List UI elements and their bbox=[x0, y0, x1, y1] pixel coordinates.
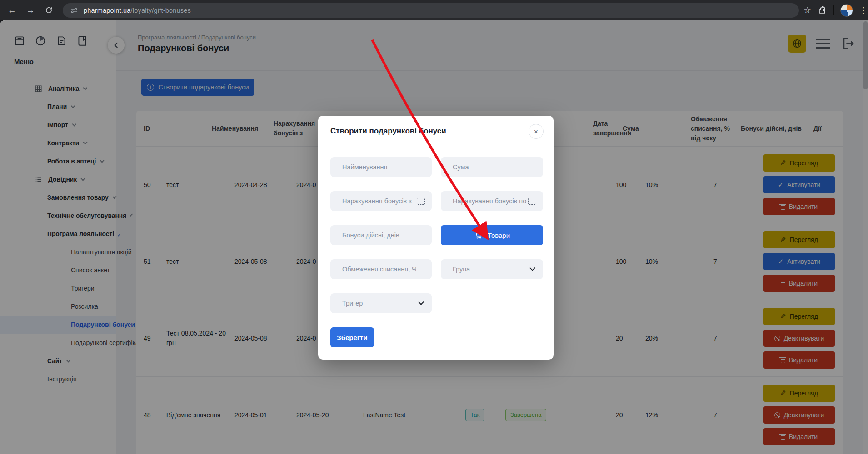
reload-glyph bbox=[45, 6, 53, 14]
create-gift-bonuses-modal: Створити подарункові бонуси × bbox=[318, 116, 554, 360]
app-page: Меню Аналітика bbox=[0, 20, 868, 454]
bookmark-star-icon[interactable]: ☆ bbox=[803, 5, 811, 15]
site-info-icon[interactable] bbox=[70, 6, 78, 15]
modal-form: Товари bbox=[330, 157, 542, 313]
menu-dots-icon[interactable]: ⋮ bbox=[859, 5, 868, 15]
modal-field[interactable] bbox=[441, 259, 543, 279]
forward-icon[interactable]: → bbox=[23, 3, 38, 18]
modal-field[interactable] bbox=[441, 157, 543, 177]
extensions-puzzle-icon[interactable] bbox=[818, 6, 827, 15]
back-icon[interactable]: ← bbox=[5, 3, 20, 18]
cart-icon bbox=[474, 231, 483, 240]
toolbar-separator bbox=[833, 5, 834, 15]
url-domain: pharmapoint.ua bbox=[84, 7, 131, 14]
modal-close-button[interactable]: × bbox=[529, 124, 544, 139]
field-input[interactable] bbox=[330, 259, 432, 279]
modal-field[interactable]: Товари bbox=[441, 225, 543, 245]
save-button[interactable]: Зберегти bbox=[330, 327, 374, 347]
modal-divider bbox=[330, 146, 542, 146]
reload-icon[interactable] bbox=[41, 3, 56, 18]
field-input[interactable] bbox=[330, 225, 432, 245]
field-input[interactable] bbox=[441, 157, 543, 177]
date-picker-icon[interactable] bbox=[528, 198, 536, 205]
modal-field[interactable] bbox=[330, 191, 432, 211]
field-input[interactable] bbox=[330, 157, 432, 177]
url-text: pharmapoint.ua/loyalty/gift-bonuses bbox=[84, 7, 191, 14]
modal-field[interactable] bbox=[330, 293, 432, 313]
url-path: /loyalty/gift-bonuses bbox=[131, 7, 191, 14]
modal-field[interactable] bbox=[330, 225, 432, 245]
profile-avatar[interactable] bbox=[840, 4, 853, 17]
date-picker-icon[interactable] bbox=[417, 198, 425, 205]
field-input[interactable] bbox=[330, 293, 432, 313]
modal-title: Створити подарункові бонуси bbox=[330, 127, 542, 136]
modal-field[interactable] bbox=[441, 191, 543, 211]
url-bar[interactable]: pharmapoint.ua/loyalty/gift-bonuses bbox=[63, 3, 799, 18]
products-button-label: Товари bbox=[488, 232, 510, 239]
modal-field[interactable] bbox=[330, 157, 432, 177]
browser-toolbar: ← → pharmapoint.ua/loyalty/gift-bonuses … bbox=[0, 0, 868, 20]
modal-field[interactable] bbox=[330, 259, 432, 279]
close-icon: × bbox=[534, 128, 538, 135]
field-input[interactable] bbox=[441, 259, 543, 279]
